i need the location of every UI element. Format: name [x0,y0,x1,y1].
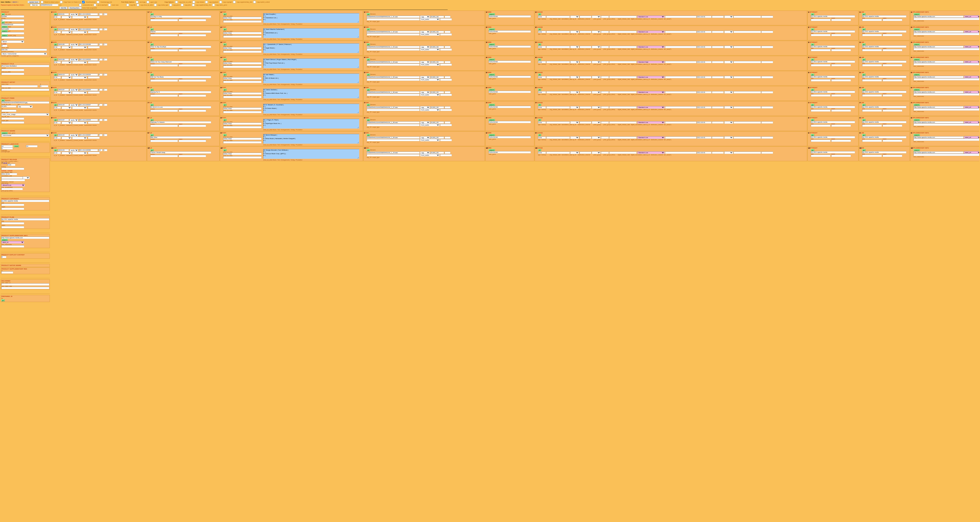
supp-notes[interactable] [913,63,979,65]
items-fn[interactable] [367,61,420,63]
rel-sel1[interactable] [570,30,579,33]
pline-input[interactable] [862,76,906,78]
track-trk[interactable] [99,119,102,121]
rel-none[interactable] [538,61,546,63]
rel-cdate[interactable] [712,91,724,93]
pl-m0[interactable] [2,147,13,149]
rel-dist2[interactable] [733,91,761,93]
rel-terr[interactable] [546,46,570,48]
items-os[interactable] [440,94,452,96]
genre-search[interactable]: search [488,43,495,45]
track-go[interactable]: go [54,73,57,76]
artist-go[interactable]: go [223,104,227,106]
title-region[interactable] [178,19,206,21]
rel-od[interactable] [579,16,591,18]
pr-pgo[interactable] [2,188,23,190]
track-go[interactable]: go [54,89,57,91]
copy-go[interactable]: go [811,28,814,30]
rel-pgo[interactable] [665,31,697,33]
artist-show-as[interactable] [223,21,261,22]
rel-pgo[interactable] [665,46,697,48]
rel-pgo[interactable] [665,121,697,123]
items-v[interactable] [444,16,450,18]
rel-sel1[interactable] [570,121,579,124]
rel-all[interactable]: all [538,119,541,121]
copy-region[interactable] [831,125,851,127]
items-v[interactable] [444,106,450,109]
rel-sel2[interactable] [592,136,601,139]
pl-more[interactable]: more [14,145,19,147]
track-dur[interactable] [54,121,61,124]
pr-terr[interactable] [2,168,24,170]
title-region[interactable] [178,49,206,51]
pline-go[interactable]: go [862,149,865,151]
items-empty[interactable] [367,34,420,35]
artist-show-as[interactable] [223,126,261,128]
browse-button[interactable]: Durchsuchen... [68,7,82,9]
items-go[interactable]: go [367,119,370,121]
pr-pgrp[interactable]: AlbumF/Low [2,184,25,187]
copy-go[interactable]: go [811,89,814,91]
track-fmt[interactable]: audio [70,149,78,152]
title-input[interactable] [150,46,211,48]
pi-os[interactable] [2,118,24,120]
track-ext-sel[interactable] [72,61,87,64]
supp-url[interactable] [913,152,964,153]
pline-input[interactable] [862,91,906,93]
track-ext-sel[interactable] [72,16,87,18]
title-version[interactable] [150,155,178,157]
track-go[interactable]: go [54,13,57,15]
rel-sel3[interactable] [724,136,733,139]
track-trk[interactable] [99,28,102,30]
track-isrc[interactable] [79,149,98,151]
rel-cdate[interactable] [712,16,724,18]
track-dur-sel[interactable] [62,91,72,94]
items-os[interactable] [440,124,452,126]
track-dur[interactable] [54,107,61,109]
pline-region[interactable] [883,34,902,36]
rel-date[interactable] [697,31,711,33]
rel-none[interactable] [538,16,546,18]
items-empty[interactable] [367,154,420,156]
items-fsz[interactable] [430,121,444,123]
title-go[interactable]: go [150,28,154,30]
copy-year[interactable] [811,109,830,112]
artist-go[interactable]: go [223,58,227,61]
supp-label[interactable]: label_url [964,45,979,48]
items-mt[interactable]: front_audio [420,33,440,36]
priority-input[interactable] [2,19,24,21]
copy-input[interactable] [811,121,855,123]
items-empty[interactable] [367,48,420,51]
pr-cdate[interactable] [2,177,23,179]
pline-input[interactable] [862,45,906,48]
cb-use-to[interactable] [94,4,96,6]
track-date[interactable] [58,149,69,151]
rel-terr[interactable] [546,152,570,154]
items-os[interactable] [440,109,452,111]
rel-tu[interactable] [761,136,773,139]
cb-down[interactable] [97,1,99,3]
track-ext-sel[interactable] [72,31,87,34]
supp-url[interactable] [913,30,964,33]
rel-cdate[interactable] [712,31,724,33]
track-empty[interactable] [88,121,100,124]
track-dur[interactable] [54,76,61,78]
pg-search[interactable]: search [2,132,8,134]
rel-dist[interactable] [609,136,636,139]
copy-input[interactable] [811,30,855,32]
rel-all[interactable]: all [538,13,541,15]
rel-od[interactable] [579,31,591,33]
items-mt[interactable]: front_audio [420,18,440,21]
title-region[interactable] [178,64,206,67]
genre-input[interactable] [488,76,531,78]
cb-co7[interactable] [126,4,129,6]
rel-sel1[interactable] [570,152,579,154]
track-dur[interactable] [54,137,61,139]
supp-search[interactable]: search [913,43,920,45]
items-mt[interactable]: front_audio [420,124,440,126]
pr-all-u[interactable]: all [3,162,5,164]
copy-go[interactable]: go [811,13,814,15]
rel-tu[interactable] [761,31,773,33]
items-mt[interactable]: front_audio [420,48,440,51]
title-go[interactable]: go [150,43,154,45]
